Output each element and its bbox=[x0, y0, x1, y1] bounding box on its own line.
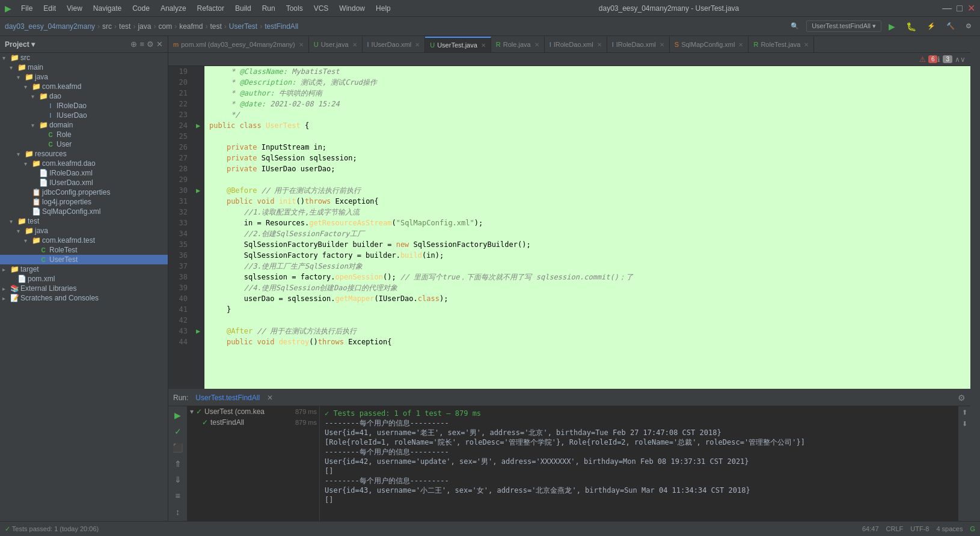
run-config-dropdown[interactable]: UserTest.testFindAll ▾ bbox=[806, 20, 881, 32]
editor-tabs[interactable]: m pom.xml (day03_eesy_04many2many) ✕ U U… bbox=[168, 36, 970, 53]
warning-count[interactable]: 6 bbox=[928, 55, 938, 63]
menu-analyze[interactable]: Analyze bbox=[156, 3, 191, 14]
vcs-icon[interactable]: G bbox=[970, 525, 975, 532]
expand-icon[interactable]: ∧ bbox=[955, 55, 960, 64]
breadcrumb-method[interactable]: testFindAll bbox=[265, 22, 298, 31]
settings-icon[interactable]: ⚙ bbox=[958, 393, 966, 403]
tree-usertest[interactable]: C UserTest bbox=[0, 255, 168, 264]
tab-pom-xml[interactable]: m pom.xml (day03_eesy_04many2many) ✕ bbox=[168, 37, 309, 52]
sidebar-icon-settings[interactable]: ⚙ bbox=[147, 40, 154, 49]
stop-button[interactable]: ⬛ bbox=[171, 440, 185, 454]
line-ending[interactable]: CRLF bbox=[886, 525, 904, 532]
run-tree-child[interactable]: ✓ testFindAll 879 ms bbox=[188, 417, 319, 428]
breadcrumb-src[interactable]: src bbox=[102, 22, 112, 31]
run-tab[interactable]: UserTest.testFindAll bbox=[193, 392, 262, 403]
menu-edit[interactable]: Edit bbox=[38, 3, 61, 14]
breadcrumb-project[interactable]: day03_eesy_04many2many bbox=[5, 22, 95, 31]
tree-com-keafmd-test[interactable]: ▾ 📁 com.keafmd.test bbox=[0, 236, 168, 245]
sidebar-icons[interactable]: ⊕ ≡ ⚙ ✕ bbox=[130, 40, 163, 49]
tree-roletest[interactable]: C RoleTest bbox=[0, 245, 168, 255]
run-button[interactable]: ▶ bbox=[885, 20, 899, 32]
menu-tools[interactable]: Tools bbox=[281, 3, 308, 14]
tab-sqlmapconfig-xml[interactable]: S SqlMapConfig.xml ✕ bbox=[670, 37, 749, 52]
tree-resources[interactable]: ▾ 📁 resources bbox=[0, 149, 168, 159]
tree-com-keafmd-dao[interactable]: ▾ 📁 com.keafmd.dao bbox=[0, 159, 168, 168]
tree-com-keafmd[interactable]: ▾ 📁 com.keafmd bbox=[0, 82, 168, 91]
scroll-up-button[interactable]: ⇑ bbox=[171, 457, 185, 471]
run-gutter3[interactable]: ▶ bbox=[192, 326, 204, 337]
tab-role-java[interactable]: R Role.java ✕ bbox=[491, 37, 545, 52]
menu-vcs[interactable]: VCS bbox=[309, 3, 334, 14]
menu-file[interactable]: File bbox=[16, 3, 37, 14]
sidebar-icon-filter[interactable]: ≡ bbox=[139, 40, 144, 49]
tab-iroledao-xml[interactable]: I IRoleDao.xml ✕ bbox=[545, 37, 607, 52]
debug-button[interactable]: 🐛 bbox=[902, 20, 920, 32]
tab-close[interactable]: ✕ bbox=[415, 41, 420, 48]
tree-domain[interactable]: ▾ 📁 domain bbox=[0, 120, 168, 130]
tab-close[interactable]: ✕ bbox=[804, 41, 809, 48]
breadcrumb-testpkg[interactable]: test bbox=[210, 22, 222, 31]
tab-close[interactable]: ✕ bbox=[597, 41, 602, 48]
scroll-down-button[interactable]: ⇓ bbox=[171, 473, 185, 487]
tab-close[interactable]: ✕ bbox=[660, 41, 664, 48]
tree-sqlmapconfig-xml[interactable]: 📄 SqlMapConfig.xml bbox=[0, 207, 168, 216]
rerun-button[interactable]: ▶ bbox=[171, 409, 185, 422]
tab-close[interactable]: ✕ bbox=[299, 41, 304, 48]
tab-iuserdao-xml[interactable]: I IUserDao.xml ✕ bbox=[363, 37, 426, 52]
menu-navigate[interactable]: Navigate bbox=[88, 3, 126, 14]
breadcrumb-com[interactable]: com bbox=[158, 22, 172, 31]
tab-close[interactable]: ✕ bbox=[481, 42, 486, 49]
menu-help[interactable]: Help bbox=[371, 3, 396, 14]
tab-iroledao-xml2[interactable]: I IRoleDao.xml ✕ bbox=[607, 37, 670, 52]
tree-user[interactable]: C User bbox=[0, 139, 168, 149]
tree-scratches[interactable]: ▸ 📝 Scratches and Consoles bbox=[0, 293, 168, 303]
tab-roletest-java[interactable]: R RoleTest.java ✕ bbox=[749, 37, 814, 52]
code-editor[interactable]: * @ClassName: MybatisTest * @Description… bbox=[204, 66, 970, 389]
tab-user-java[interactable]: U User.java ✕ bbox=[309, 37, 363, 52]
maximize-button[interactable]: □ bbox=[957, 3, 963, 14]
tree-iuserdao[interactable]: I IUserDao bbox=[0, 111, 168, 120]
tree-src[interactable]: ▾ 📁 src bbox=[0, 53, 168, 62]
filter-button[interactable]: ≡ bbox=[171, 489, 185, 503]
tab-close[interactable]: ✕ bbox=[352, 41, 357, 48]
tree-log4j-props[interactable]: 📋 log4j.properties bbox=[0, 197, 168, 207]
cursor-position[interactable]: 64:47 bbox=[862, 525, 879, 532]
tree-iuserdao-xml[interactable]: 📄 IUserDao.xml bbox=[0, 178, 168, 187]
menu-refactor[interactable]: Refactor bbox=[192, 3, 229, 14]
sidebar-content[interactable]: ▾ 📁 src ▾ 📁 main ▾ 📁 java ▾ 📁 com.keafm bbox=[0, 53, 168, 521]
run-test-tree[interactable]: ▾ ✓ UserTest (com.kea 879 ms ✓ testFindA… bbox=[188, 406, 320, 521]
tree-jdbc-props[interactable]: 📋 jdbcConfig.properties bbox=[0, 187, 168, 197]
breadcrumb-keafmd[interactable]: keafmd bbox=[179, 22, 203, 31]
run-close-button[interactable]: ✕ bbox=[267, 394, 273, 402]
sidebar-icon-close[interactable]: ✕ bbox=[156, 40, 163, 49]
menu-bar[interactable]: File Edit View Navigate Code Analyze Ref… bbox=[16, 3, 396, 14]
run-gutter[interactable]: ▶ bbox=[192, 120, 204, 131]
profile-button[interactable]: ⚡ bbox=[923, 21, 939, 31]
run-side-icon-1[interactable]: ⬆ bbox=[962, 409, 967, 416]
tab-close[interactable]: ✕ bbox=[534, 41, 539, 48]
window-controls[interactable]: — □ ✕ bbox=[942, 2, 975, 14]
run-ok-button[interactable]: ✓ bbox=[171, 425, 185, 439]
tree-iroledao[interactable]: I IRoleDao bbox=[0, 101, 168, 111]
tree-pom-xml[interactable]: 📄 pom.xml bbox=[0, 274, 168, 284]
info-count[interactable]: 3 bbox=[943, 55, 952, 63]
breadcrumb-usertest[interactable]: UserTest bbox=[229, 22, 257, 31]
sort-button[interactable]: ↕ bbox=[171, 505, 185, 519]
breadcrumb-java[interactable]: java bbox=[138, 22, 151, 31]
menu-code[interactable]: Code bbox=[127, 3, 155, 14]
settings-button[interactable]: ⚙ bbox=[962, 21, 975, 31]
close-button[interactable]: ✕ bbox=[967, 2, 975, 14]
menu-window[interactable]: Window bbox=[334, 3, 370, 14]
tree-iroledao-xml[interactable]: 📄 IRoleDao.xml bbox=[0, 168, 168, 178]
tree-java-test[interactable]: ▾ 📁 java bbox=[0, 226, 168, 236]
menu-view[interactable]: View bbox=[62, 3, 87, 14]
tree-external-libs[interactable]: ▸ 📚 External Libraries bbox=[0, 284, 168, 293]
tree-role[interactable]: C Role bbox=[0, 130, 168, 139]
sidebar-icon-add[interactable]: ⊕ bbox=[130, 40, 137, 49]
tree-test-folder[interactable]: ▾ 📁 test bbox=[0, 216, 168, 226]
tree-main[interactable]: ▾ 📁 main bbox=[0, 62, 168, 72]
minimize-button[interactable]: — bbox=[942, 3, 952, 14]
editor[interactable]: 1920212223 2425262728 2930313233 3435363… bbox=[168, 66, 970, 389]
run-side-icon-2[interactable]: ⬇ bbox=[962, 420, 967, 428]
tab-usertest-java[interactable]: U UserTest.java ✕ bbox=[425, 37, 491, 52]
